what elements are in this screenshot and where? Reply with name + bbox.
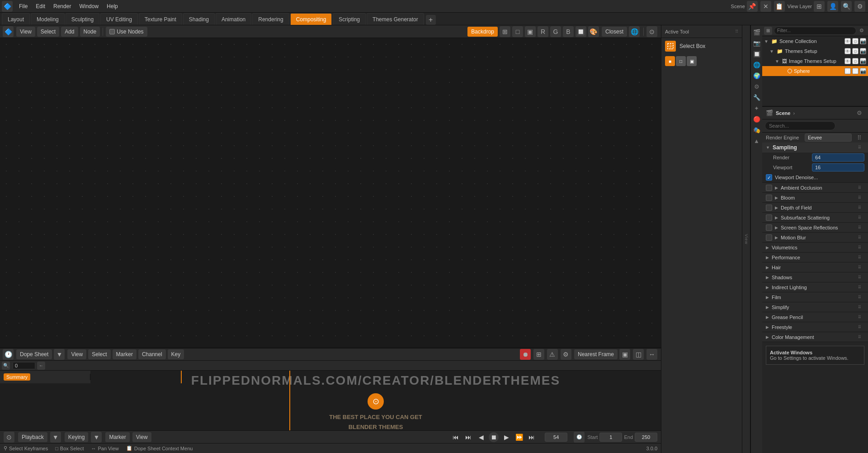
tab-shading[interactable]: Shading (183, 13, 215, 25)
viewport-denoise-check[interactable]: ✓ (766, 174, 772, 181)
prev-keyframe-btn[interactable]: ⏭ (463, 432, 473, 442)
bd-zoom[interactable]: 🎨 (588, 26, 599, 37)
scene-close-btn[interactable]: ✕ (760, 1, 771, 12)
timeline-icon[interactable]: 🕐 (3, 349, 14, 360)
timeline-icon-1[interactable]: ⊞ (533, 349, 544, 360)
bloom-section[interactable]: ▶ Bloom ⠿ (762, 193, 868, 203)
data-icon-btn[interactable]: ▲ (752, 136, 762, 146)
zoom-icon[interactable]: 🌐 (629, 26, 640, 37)
add-menu-btn[interactable]: Add (61, 27, 78, 37)
end-frame-input[interactable] (635, 433, 657, 442)
timeline-icon-2[interactable]: ⚠ (547, 349, 558, 360)
outliner-search[interactable] (774, 27, 856, 35)
nearest-frame-btn[interactable]: Nearest Frame (574, 349, 618, 359)
sc-view-btn[interactable]: 👁 (844, 38, 851, 44)
timeline-channel-btn[interactable]: Channel (138, 349, 166, 359)
use-nodes-toggle[interactable]: Use Nodes (106, 27, 147, 37)
timeline-search-icon[interactable]: 🔍 (2, 362, 10, 370)
tab-rendering[interactable]: Rendering (252, 13, 289, 25)
tab-sculpting[interactable]: Sculpting (66, 13, 99, 25)
shadows-extras[interactable]: ⠿ (854, 272, 864, 282)
tool-icon-b[interactable]: □ (676, 56, 686, 66)
props-search-input[interactable] (765, 121, 835, 130)
timeline-filter-btn[interactable]: ⚙ (561, 349, 571, 360)
menu-edit[interactable]: Edit (32, 1, 49, 11)
dope-sheet-menu[interactable]: Dope Sheet (16, 349, 52, 359)
sampling-header[interactable]: ▼ Sampling ⠿ (762, 143, 868, 153)
bd-icon-5[interactable]: G (550, 26, 561, 37)
render-engine-extras[interactable]: ⠿ (854, 133, 864, 143)
select-box-tool[interactable]: Select Box (661, 38, 742, 54)
gp-extras[interactable]: ⠿ (854, 312, 864, 322)
dof-extras[interactable]: ⠿ (854, 203, 864, 213)
timeline-key-btn[interactable]: Key (168, 349, 184, 359)
ts-hide-btn[interactable]: ⊙ (852, 48, 859, 54)
modifier-icon-btn[interactable]: 🔧 (752, 92, 762, 102)
bd-icon-3[interactable]: ▣ (525, 26, 536, 37)
next-frame-btn[interactable]: ▶ (501, 432, 511, 442)
simplify-section[interactable]: ▶ Simplify ⠿ (762, 302, 868, 312)
sc-render-btn[interactable]: 📷 (860, 38, 866, 44)
bloom-check[interactable] (766, 195, 772, 201)
next-keyframe-btn[interactable]: ⏩ (514, 432, 524, 442)
view-menu-btn[interactable]: View (16, 27, 35, 37)
timeline-icon-3[interactable]: ▣ (619, 349, 630, 360)
tab-layout[interactable]: Layout (2, 13, 30, 25)
ao-check[interactable] (766, 185, 772, 191)
node-menu-btn[interactable]: Node (80, 27, 100, 37)
filter-btn[interactable]: ⚙ (854, 1, 865, 12)
view-layer-icon[interactable]: 🔲 (752, 49, 762, 59)
jump-end-btn[interactable]: ⏭ (527, 432, 537, 442)
search-header-btn[interactable]: 🔍 (841, 1, 852, 12)
world-icon-btn[interactable]: 🌍 (752, 71, 762, 81)
it-render-btn[interactable]: 📷 (860, 58, 866, 64)
dof-check[interactable] (766, 205, 772, 211)
mb-check[interactable] (766, 234, 772, 241)
outliner-filter-btn[interactable]: ⚙ (857, 27, 866, 35)
node-canvas[interactable] (0, 38, 661, 348)
motion-blur-section[interactable]: ▶ Motion Blur ⠿ (762, 233, 868, 243)
color-management-section[interactable]: ▶ Color Management ⠿ (762, 332, 868, 342)
start-frame-input[interactable] (599, 433, 622, 442)
select-menu-btn[interactable]: Select (37, 27, 59, 37)
ambient-occlusion-section[interactable]: ▶ Ambient Occlusion ⠿ (762, 183, 868, 193)
hair-extras[interactable]: ⠿ (854, 262, 864, 272)
bd-icon-1[interactable]: ⊞ (500, 26, 510, 37)
outliner-icon[interactable]: ⊞ (764, 27, 772, 35)
timeline-view-btn[interactable]: View (67, 349, 86, 359)
grease-pencil-section[interactable]: ▶ Grease Pencil ⠿ (762, 312, 868, 322)
overlay-btn[interactable]: ⊙ (646, 26, 657, 37)
tab-compositing[interactable]: Compositing (290, 13, 332, 25)
bd-icon-2[interactable]: □ (512, 26, 523, 37)
it-view-btn[interactable]: 👁 (844, 58, 851, 64)
node-editor-icon[interactable]: 🔷 (3, 26, 14, 37)
timeline-search-input[interactable] (13, 362, 35, 369)
perf-extras[interactable]: ⠿ (854, 253, 864, 262)
menu-help[interactable]: Help (103, 1, 122, 11)
simp-extras[interactable]: ⠿ (854, 302, 864, 312)
sp-render-btn[interactable]: 📷 (860, 68, 866, 74)
sampling-extras[interactable]: ⠿ (854, 143, 864, 153)
vol-extras[interactable]: ⠿ (854, 243, 864, 253)
outliner-scene-collection[interactable]: ▼ 📁 Scene Collection 👁 ⊙ 📷 (762, 36, 868, 46)
menu-render[interactable]: Render (50, 1, 75, 11)
render-props-icon[interactable]: 🎬 (752, 27, 762, 37)
backdrop-btn[interactable]: Backdrop (467, 27, 498, 37)
timeline-back-btn[interactable]: ← (37, 362, 45, 370)
il-extras[interactable]: ⠿ (854, 282, 864, 292)
tab-modeling[interactable]: Modeling (31, 13, 65, 25)
sss-section[interactable]: ▶ Subsurface Scattering ⠿ (762, 213, 868, 223)
jump-start-btn[interactable]: ⏮ (451, 432, 461, 442)
tool-icon-a[interactable]: ■ (665, 56, 675, 66)
it-hide-btn[interactable]: ⊙ (852, 58, 859, 64)
bd-icon-6[interactable]: B (563, 26, 574, 37)
scene-icon-btn[interactable]: 🌐 (752, 60, 762, 70)
indirect-lighting-section[interactable]: ▶ Indirect Lighting ⠿ (762, 282, 868, 292)
fs-extras[interactable]: ⠿ (854, 322, 864, 332)
view-btn-pb[interactable]: View (132, 432, 151, 442)
current-frame-input[interactable]: 54 (545, 433, 567, 442)
render-samples-value[interactable]: 64 (812, 153, 864, 162)
keying-btn[interactable]: Keying (65, 432, 89, 442)
add-workspace-btn[interactable]: + (426, 15, 436, 25)
timeline-area[interactable]: 🔍 ← Summary FLIPPEDNORMALS.COM (0, 361, 661, 430)
